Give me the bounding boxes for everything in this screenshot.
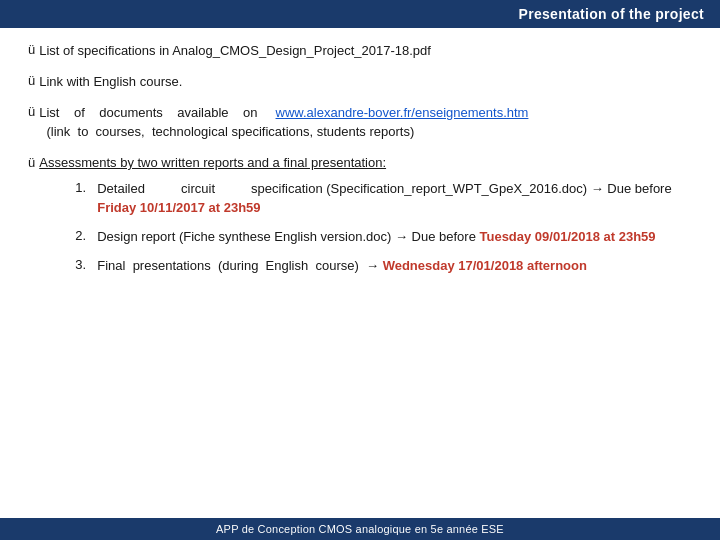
bullet-item-2: ü Link with English course. <box>28 73 692 92</box>
numbered-item-1: 1. Detailed circuit specification (Speci… <box>75 180 692 218</box>
checkmark-3: ü <box>28 104 35 119</box>
num-content-1: Detailed circuit specification (Specific… <box>97 180 692 218</box>
checkmark-1: ü <box>28 42 35 57</box>
footer: APP de Conception CMOS analogique en 5e … <box>0 518 720 540</box>
num-content-3: Final presentations (during English cour… <box>97 257 587 276</box>
assessments-header: Assessments by two written reports and a… <box>39 155 692 170</box>
numbered-item-2: 2. Design report (Fiche synthese English… <box>75 228 692 247</box>
bullet-item-3: ü List of documents available on www.ale… <box>28 104 692 142</box>
content-area: ü List of specifications in Analog_CMOS_… <box>0 28 720 518</box>
date-friday: Friday 10/11/2017 at 23h59 <box>97 200 260 215</box>
date-wednesday: Wednesday 17/01/2018 afternoon <box>383 258 587 273</box>
num-label-2: 2. <box>75 228 97 243</box>
header-title: Presentation of the project <box>519 6 704 22</box>
numbered-item-3: 3. Final presentations (during English c… <box>75 257 692 276</box>
bullet-item-1: ü List of specifications in Analog_CMOS_… <box>28 42 692 61</box>
footer-text: APP de Conception CMOS analogique en 5e … <box>216 523 504 535</box>
num-label-1: 1. <box>75 180 97 195</box>
bullet-item-4: ü Assessments by two written reports and… <box>28 155 692 275</box>
bullet-text-2: Link with English course. <box>39 73 182 92</box>
bullet-text-1: List of specifications in Analog_CMOS_De… <box>39 42 431 61</box>
num-content-2: Design report (Fiche synthese English ve… <box>97 228 655 247</box>
slide-container: Presentation of the project ü List of sp… <box>0 0 720 540</box>
numbered-list: 1. Detailed circuit specification (Speci… <box>39 180 692 275</box>
assessments-section: Assessments by two written reports and a… <box>39 155 692 275</box>
header-bar: Presentation of the project <box>0 0 720 28</box>
bullet-text-3: List of documents available on www.alexa… <box>39 104 692 142</box>
checkmark-4: ü <box>28 155 35 170</box>
link-alexandre[interactable]: www.alexandre-bover.fr/enseignements.htm <box>276 105 529 120</box>
date-tuesday: Tuesday 09/01/2018 at 23h59 <box>479 229 655 244</box>
num-label-3: 3. <box>75 257 97 272</box>
checkmark-2: ü <box>28 73 35 88</box>
